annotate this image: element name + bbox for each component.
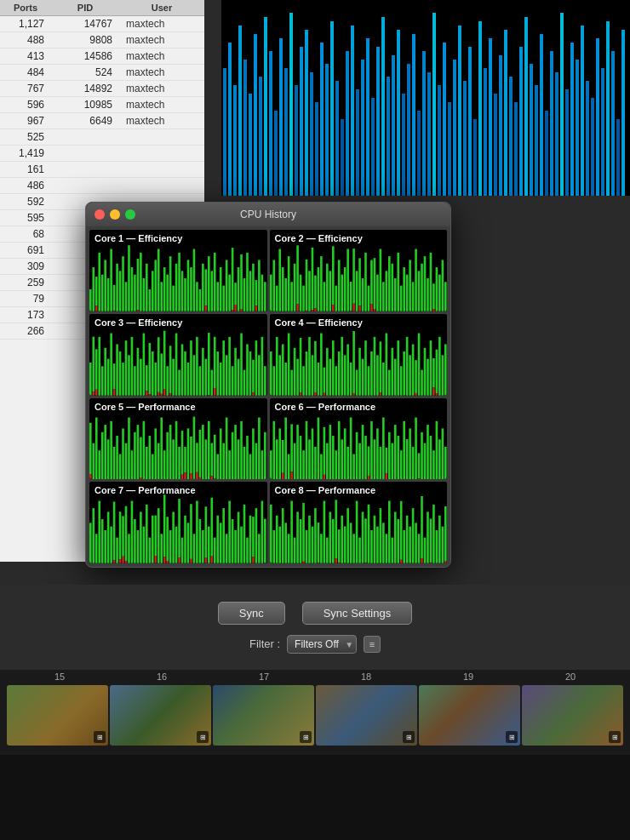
- svg-rect-334: [370, 351, 373, 396]
- table-row: 596 10985 maxtech: [0, 97, 204, 113]
- window-close-button[interactable]: [94, 209, 105, 220]
- svg-rect-59: [519, 47, 523, 196]
- svg-rect-537: [166, 517, 169, 562]
- svg-rect-620: [373, 516, 375, 563]
- svg-rect-447: [293, 443, 295, 479]
- bottom-bar: Sync Sync Settings Filter : Filters Off …: [0, 585, 630, 670]
- svg-rect-406: [193, 416, 196, 478]
- timeline-thumb-6[interactable]: ⊞: [522, 685, 623, 746]
- svg-rect-584: [284, 523, 287, 563]
- timeline-thumb-3[interactable]: ⊞: [213, 685, 314, 746]
- cell-user: [119, 147, 204, 159]
- header-pid: PID: [51, 3, 119, 13]
- svg-rect-64: [545, 111, 548, 196]
- timeline-thumb-4[interactable]: ⊞: [316, 685, 417, 746]
- timeline-thumbs[interactable]: ⊞ ⊞ ⊞ ⊞ ⊞ ⊞: [0, 683, 630, 747]
- svg-rect-343: [393, 358, 396, 395]
- svg-rect-303: [290, 369, 293, 395]
- svg-rect-136: [234, 305, 237, 311]
- sync-settings-button[interactable]: Sync Settings: [302, 602, 413, 625]
- svg-rect-461: [331, 436, 334, 480]
- svg-rect-265: [190, 340, 192, 396]
- svg-rect-40: [422, 51, 426, 196]
- svg-rect-17: [305, 30, 308, 196]
- svg-rect-176: [331, 305, 334, 311]
- svg-rect-28: [361, 60, 364, 196]
- svg-rect-622: [379, 508, 381, 563]
- timeline-thumb-1[interactable]: ⊞: [7, 685, 108, 746]
- thumb-icon-symbol-6: ⊞: [612, 734, 618, 741]
- svg-rect-133: [232, 248, 234, 310]
- svg-rect-433: [258, 417, 261, 479]
- svg-rect-252: [160, 353, 163, 393]
- svg-rect-525: [137, 530, 140, 563]
- svg-rect-118: [190, 267, 192, 311]
- svg-rect-254: [163, 330, 166, 389]
- svg-rect-187: [358, 258, 361, 306]
- svg-rect-529: [149, 538, 152, 563]
- svg-rect-43: [438, 85, 441, 196]
- svg-rect-382: [134, 431, 136, 479]
- svg-rect-283: [238, 358, 240, 395]
- svg-rect-567: [240, 527, 243, 563]
- svg-rect-15: [295, 85, 298, 196]
- svg-rect-165: [308, 271, 311, 311]
- svg-rect-227: [98, 337, 100, 396]
- svg-rect-469: [355, 431, 358, 479]
- svg-rect-258: [169, 393, 172, 395]
- svg-rect-267: [196, 337, 198, 396]
- svg-rect-359: [432, 387, 435, 395]
- svg-rect-573: [255, 508, 258, 563]
- cell-ports: 68: [0, 228, 51, 240]
- svg-rect-644: [435, 530, 438, 563]
- filter-select-wrapper[interactable]: Filters Off Filter 1 Filter 2 ▼: [287, 635, 357, 654]
- svg-rect-55: [499, 55, 502, 196]
- window-titlebar: CPU History: [86, 203, 450, 226]
- svg-rect-189: [361, 278, 364, 311]
- cell-user: [119, 180, 204, 191]
- svg-rect-68: [565, 89, 569, 196]
- cell-ports: 161: [0, 163, 51, 175]
- timeline-thumb-2[interactable]: ⊞: [110, 685, 211, 746]
- svg-rect-291: [258, 355, 261, 395]
- svg-rect-305: [296, 358, 299, 395]
- svg-rect-69: [570, 43, 574, 196]
- svg-rect-635: [415, 523, 417, 563]
- svg-rect-197: [379, 249, 381, 311]
- svg-rect-480: [385, 447, 387, 472]
- svg-rect-384: [140, 437, 142, 477]
- svg-rect-509: [101, 519, 104, 563]
- sync-button[interactable]: Sync: [218, 602, 285, 625]
- svg-rect-393: [163, 450, 166, 479]
- svg-rect-77: [611, 51, 615, 196]
- core-label-8: Core 8 — Performance: [275, 485, 376, 495]
- window-minimize-button[interactable]: [110, 209, 120, 220]
- svg-rect-31: [376, 47, 380, 196]
- svg-rect-140: [243, 278, 246, 311]
- window-controls[interactable]: [94, 209, 135, 220]
- filter-select[interactable]: Filters Off Filter 1 Filter 2: [287, 635, 357, 654]
- svg-rect-498: [429, 436, 432, 480]
- svg-rect-87: [104, 260, 106, 311]
- svg-rect-626: [391, 538, 393, 563]
- svg-rect-44: [443, 43, 446, 196]
- svg-rect-61: [530, 64, 533, 196]
- timeline-thumb-5[interactable]: ⊞: [419, 685, 520, 746]
- cell-ports: 767: [0, 83, 51, 94]
- svg-rect-408: [196, 443, 198, 471]
- cpu-history-window[interactable]: CPU History Core 1 — EfficiencyCore 2 — …: [85, 202, 451, 568]
- svg-rect-204: [399, 286, 402, 311]
- svg-rect-481: [385, 473, 387, 480]
- core-graph-2: Core 2 — Efficiency: [270, 230, 448, 311]
- svg-rect-486: [399, 450, 402, 479]
- svg-rect-95: [125, 282, 128, 311]
- filter-icon-button[interactable]: ≡: [364, 636, 381, 653]
- svg-rect-86: [101, 275, 104, 311]
- window-maximize-button[interactable]: [125, 209, 135, 220]
- svg-rect-647: [444, 506, 447, 562]
- svg-rect-405: [190, 473, 192, 480]
- svg-rect-104: [149, 289, 152, 311]
- svg-rect-319: [329, 358, 331, 395]
- svg-rect-390: [154, 428, 157, 479]
- svg-rect-135: [234, 283, 237, 305]
